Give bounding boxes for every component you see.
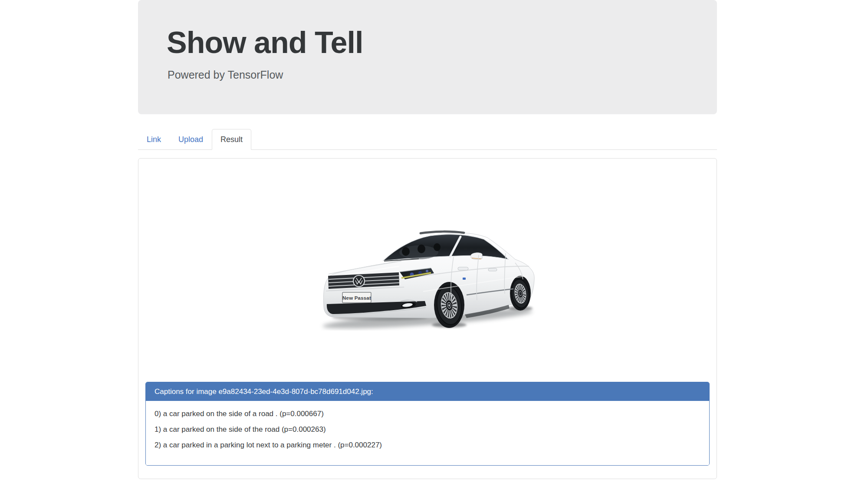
license-plate-text: New Passat xyxy=(342,295,371,301)
tab-upload[interactable]: Upload xyxy=(170,129,212,150)
hero-banner: Show and Tell Powered by TensorFlow xyxy=(138,0,717,114)
main-container: Show and Tell Powered by TensorFlow Link… xyxy=(138,0,717,479)
caption-line-0: 0) a car parked on the side of a road . … xyxy=(155,410,700,418)
tab-result[interactable]: Result xyxy=(212,129,251,150)
captions-panel: Captions for image e9a82434-23ed-4e3d-80… xyxy=(145,382,710,466)
side-mirror xyxy=(471,252,482,259)
tab-result-label[interactable]: Result xyxy=(212,129,251,150)
caption-line-2: 2) a car parked in a parking lot next to… xyxy=(155,441,700,449)
result-panel: New Passat Captions for imag xyxy=(138,158,717,479)
tab-link-label[interactable]: Link xyxy=(138,129,170,150)
vw-badge xyxy=(353,275,365,287)
car-photo: New Passat xyxy=(319,226,536,331)
captions-heading: Captions for image e9a82434-23ed-4e3d-80… xyxy=(146,382,709,401)
tab-bar: Link Upload Result xyxy=(138,129,717,150)
caption-line-1: 1) a car parked on the side of the road … xyxy=(155,425,700,433)
tab-upload-label[interactable]: Upload xyxy=(170,129,212,150)
page-subtitle: Powered by TensorFlow xyxy=(168,69,689,81)
result-image-wrap: New Passat xyxy=(145,226,710,331)
page-title: Show and Tell xyxy=(167,27,689,59)
page: Show and Tell Powered by TensorFlow Link… xyxy=(0,0,868,493)
license-plate: New Passat xyxy=(342,292,371,303)
tab-link[interactable]: Link xyxy=(138,129,170,150)
captions-body: 0) a car parked on the side of a road . … xyxy=(146,401,709,465)
